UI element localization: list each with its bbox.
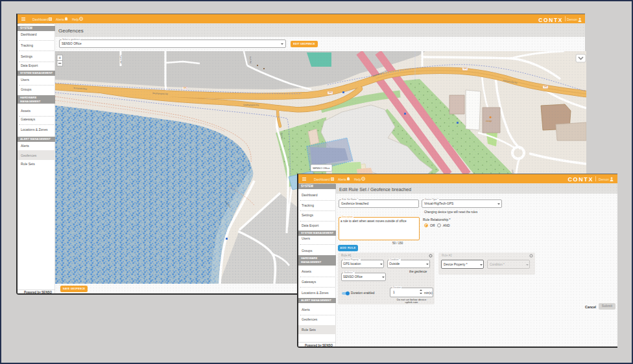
- svg-text:+: +: [58, 56, 61, 60]
- svg-text:SENSO Office: SENSO Office: [313, 166, 330, 170]
